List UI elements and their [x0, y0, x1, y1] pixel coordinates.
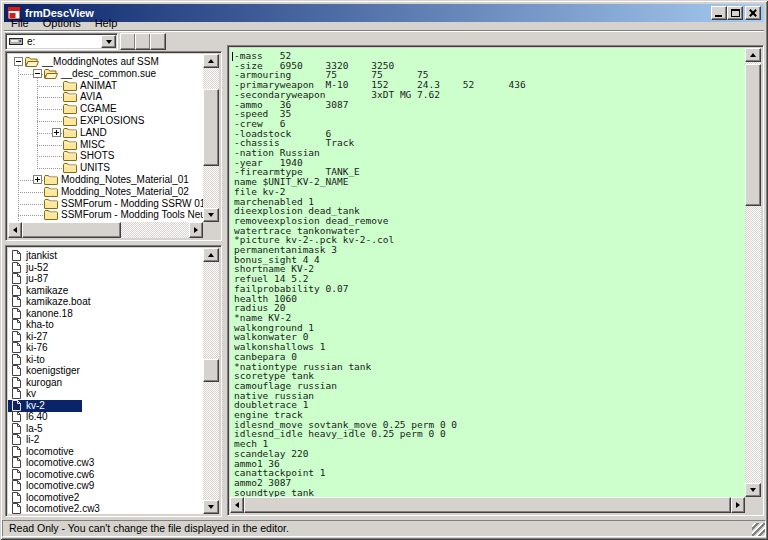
scroll-thumb[interactable] [203, 359, 219, 382]
file-list-panel: jtankistju-52ju-87kamikazekamikaze.boatk… [5, 245, 222, 517]
scroll-right-button[interactable] [731, 497, 745, 513]
file-item[interactable]: kanone.18 [8, 308, 203, 320]
tree-content[interactable]: __ModdingNotes auf SSM__desc_common.sueA… [8, 54, 203, 222]
editor-horizontal-scrollbar[interactable] [230, 497, 745, 513]
file-item[interactable]: locomotive [8, 446, 203, 458]
drive-icon [9, 37, 23, 46]
tree-item[interactable]: Modding_Notes_Material_02 [8, 186, 203, 198]
scroll-up-button[interactable] [203, 54, 219, 68]
scroll-right-button[interactable] [189, 222, 203, 238]
file-item[interactable]: ki-27 [8, 331, 203, 343]
minimize-button[interactable] [711, 6, 727, 20]
window-title: frmDescView [25, 7, 711, 19]
file-item[interactable]: l6.40 [8, 411, 203, 423]
collapse-icon[interactable] [33, 69, 42, 78]
folder-icon [44, 209, 58, 220]
file-item[interactable]: ju-87 [8, 273, 203, 285]
tree-item[interactable]: CGAME [8, 103, 203, 115]
file-item[interactable]: kha-to [8, 319, 203, 331]
file-item-label: koenigstiger [26, 365, 80, 377]
tree-item-label: __desc_common.sue [61, 68, 156, 80]
file-item-label: locomotive2.cw3 [26, 503, 100, 514]
file-item-label: kha-to [26, 319, 54, 331]
file-item-selected[interactable]: kv-2 [8, 400, 203, 412]
scroll-left-button[interactable] [8, 222, 22, 238]
file-item[interactable]: locomotive2.cw3 [8, 503, 203, 514]
list-vertical-scrollbar[interactable] [203, 248, 219, 514]
tree-item[interactable]: EXPLOSIONS [8, 115, 203, 127]
editor-vertical-scrollbar[interactable] [745, 48, 761, 497]
tree-item[interactable]: MISC [8, 139, 203, 151]
maximize-button[interactable] [727, 6, 743, 20]
tree-item[interactable]: Modding_Notes_Material_01 [8, 174, 203, 186]
scroll-thumb[interactable] [22, 222, 121, 238]
file-list-content[interactable]: jtankistju-52ju-87kamikazekamikaze.boatk… [8, 248, 203, 514]
document-icon [12, 308, 21, 319]
file-item[interactable]: koenigstiger [8, 365, 203, 377]
file-item-label: ki-27 [26, 331, 48, 343]
document-icon [12, 319, 21, 330]
file-item[interactable]: kamikaze.boat [8, 296, 203, 308]
drive-dropdown-button[interactable] [101, 35, 116, 48]
file-item[interactable]: locomotive.cw3 [8, 457, 203, 469]
toolbar-button-3[interactable] [150, 33, 166, 50]
tree-item-label: EXPLOSIONS [80, 115, 144, 127]
file-item[interactable]: locomotive.cw9 [8, 480, 203, 492]
file-item[interactable]: locomotive.cw6 [8, 469, 203, 481]
file-item[interactable]: ki-76 [8, 342, 203, 354]
file-item[interactable]: ju-52 [8, 262, 203, 274]
drive-selector[interactable]: e: [5, 33, 118, 50]
editor-text[interactable]: -mass 52 -size 6950 3320 3250 -armouring… [230, 48, 745, 497]
menu-item-options[interactable]: Options [36, 17, 88, 30]
collapse-icon[interactable] [14, 57, 23, 66]
file-item[interactable]: jtankist [8, 250, 203, 262]
file-item-label: ju-87 [26, 273, 48, 285]
resize-grip[interactable] [752, 523, 765, 536]
tree-item[interactable]: SHOTS [8, 150, 203, 162]
tree-item[interactable]: AVIA [8, 91, 203, 103]
tree-horizontal-scrollbar[interactable] [8, 222, 203, 238]
scroll-down-button[interactable] [203, 208, 219, 222]
tree-item[interactable]: LAND [8, 127, 203, 139]
close-button[interactable] [745, 6, 761, 20]
scroll-left-button[interactable] [230, 497, 244, 513]
file-item-label: li-2 [26, 434, 39, 446]
file-item-label: kv [26, 388, 36, 400]
tree-item[interactable]: UNITS [8, 162, 203, 174]
file-item[interactable]: ki-to [8, 354, 203, 366]
tree-connector [37, 168, 63, 169]
file-item[interactable]: kurogan [8, 377, 203, 389]
file-item[interactable]: kamikaze [8, 285, 203, 297]
tree-item[interactable]: SSMForum - Modding SSRW 01-Dateien [8, 198, 203, 210]
menu-item-help[interactable]: Help [88, 17, 125, 30]
scroll-thumb[interactable] [203, 89, 219, 166]
scroll-up-button[interactable] [745, 48, 761, 62]
scroll-thumb[interactable] [745, 64, 761, 206]
file-item[interactable]: locomotive2 [8, 492, 203, 504]
scroll-down-button[interactable] [745, 483, 761, 497]
tree-connector [18, 215, 44, 216]
toolbar-button-2[interactable] [135, 33, 151, 50]
expand-icon[interactable] [33, 175, 42, 184]
tree-item[interactable]: __ModdingNotes auf SSM [8, 56, 203, 68]
document-icon [12, 342, 21, 353]
scroll-thumb[interactable] [244, 497, 731, 513]
expand-icon[interactable] [52, 128, 61, 137]
scroll-up-button[interactable] [203, 248, 219, 262]
tree-item-label: CGAME [80, 103, 117, 115]
tree-item-label: SHOTS [80, 150, 114, 162]
tree-item[interactable]: __desc_common.sue [8, 68, 203, 80]
menu-item-file[interactable]: File [4, 17, 36, 30]
tree-connector [18, 204, 44, 205]
file-item[interactable]: kv [8, 388, 203, 400]
tree-item[interactable]: ANIMAT [8, 80, 203, 92]
scroll-down-button[interactable] [203, 500, 219, 514]
file-item-label: kamikaze [26, 285, 68, 297]
toolbar-button-1[interactable] [120, 33, 136, 50]
file-item[interactable]: la-5 [8, 423, 203, 435]
tree-item[interactable]: SSMForum - Modding Tools Neuanfang 01-Da [8, 209, 203, 221]
tree-vertical-scrollbar[interactable] [203, 54, 219, 222]
editor[interactable]: -mass 52 -size 6950 3320 3250 -armouring… [230, 48, 745, 497]
tree-connector [37, 121, 63, 122]
file-item[interactable]: li-2 [8, 434, 203, 446]
